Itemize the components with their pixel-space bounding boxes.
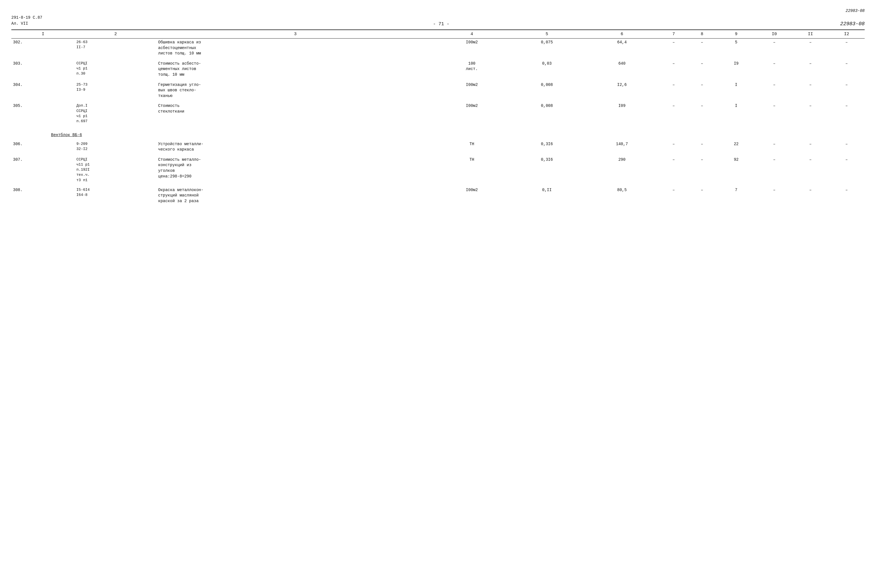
cell-row3-col1: 305. bbox=[11, 102, 75, 125]
cell-row6-col10: – bbox=[756, 156, 792, 184]
cell-row3-col2: Доп.I ССРЦI ч1 р1 п.697 bbox=[75, 102, 156, 125]
cell-row3-col11: – bbox=[792, 102, 829, 125]
cell-row5-col8: – bbox=[688, 140, 716, 154]
cell-row7-col7: – bbox=[659, 186, 688, 205]
cell-row3-col3: Стоимость стеклоткани bbox=[156, 102, 434, 125]
cell-row0-col11: – bbox=[792, 39, 829, 57]
header-left: 291-8-19 C.87 Ал. VII bbox=[11, 15, 42, 27]
cell-row2-col4: I00м2 bbox=[434, 81, 510, 100]
cell-row0-col7: – bbox=[659, 39, 688, 57]
cell-row7-col11: – bbox=[792, 186, 829, 205]
cell-row1-col1: 303. bbox=[11, 60, 75, 79]
cell-row6-col4: ТН bbox=[434, 156, 510, 184]
header-center: - 71 - bbox=[433, 21, 450, 27]
cell-row2-col3: Герметизация угло- вых швов стекло- ткан… bbox=[156, 81, 434, 100]
col-header-2: 2 bbox=[75, 30, 156, 39]
cell-row1-col9: I9 bbox=[716, 60, 756, 79]
cell-row6-col3: Стоимость металло- конструкций из уголко… bbox=[156, 156, 434, 184]
col-header-1: I bbox=[11, 30, 75, 39]
cell-row6-col7: – bbox=[659, 156, 688, 184]
cell-row7-col2: I5-6I4 I64-8 bbox=[75, 186, 156, 205]
section-label: Вентблок ВБ-6 bbox=[51, 133, 82, 137]
cell-row2-col7: – bbox=[659, 81, 688, 100]
cell-row2-col2: 25-73 I3-9 bbox=[75, 81, 156, 100]
spacer-row bbox=[11, 100, 865, 102]
section-header-row: Вентблок ВБ-6 bbox=[11, 127, 865, 140]
cell-row2-col10: – bbox=[756, 81, 792, 100]
cell-row2-col11: – bbox=[792, 81, 829, 100]
cell-row5-col5: 0,3I6 bbox=[510, 140, 585, 154]
cell-row5-col11: – bbox=[792, 140, 829, 154]
col-header-10: I0 bbox=[756, 30, 792, 39]
cell-row6-col5: 0,3I6 bbox=[510, 156, 585, 184]
cell-row0-col4: I00м2 bbox=[434, 39, 510, 57]
cell-row5-col10: – bbox=[756, 140, 792, 154]
cell-row3-col5: 0,008 bbox=[510, 102, 585, 125]
cell-row7-col5: 0,II bbox=[510, 186, 585, 205]
table-header-row: I 2 3 4 5 6 7 8 9 I0 II I2 bbox=[11, 30, 865, 39]
header-left-line1: 291-8-19 C.87 bbox=[11, 15, 42, 21]
cell-row2-col8: – bbox=[688, 81, 716, 100]
table-row: 302.26-63 II-7Обшивка каркаса из асбесто… bbox=[11, 39, 865, 57]
cell-row5-col4: ТН bbox=[434, 140, 510, 154]
cell-row1-col2: ССРЦI ч1 р1 п.30 bbox=[75, 60, 156, 79]
cell-row0-col12: – bbox=[828, 39, 865, 57]
spacer-row bbox=[11, 184, 865, 186]
cell-row2-col12: – bbox=[828, 81, 865, 100]
spacer-row bbox=[11, 154, 865, 156]
col-header-4: 4 bbox=[434, 30, 510, 39]
cell-row3-col7: – bbox=[659, 102, 688, 125]
cell-row6-col12: – bbox=[828, 156, 865, 184]
top-right-label: 22983-08 bbox=[11, 9, 865, 13]
cell-row7-col8: – bbox=[688, 186, 716, 205]
cell-row6-col11: – bbox=[792, 156, 829, 184]
cell-row1-col5: 0,03 bbox=[510, 60, 585, 79]
cell-row5-col1: 306. bbox=[11, 140, 75, 154]
table-row: 303.ССРЦI ч1 р1 п.30Стоимость асбесто- ц… bbox=[11, 60, 865, 79]
cell-row7-col1: 308. bbox=[11, 186, 75, 205]
spacer-row bbox=[11, 79, 865, 81]
col-header-3: 3 bbox=[156, 30, 434, 39]
cell-row1-col4: 100 лист. bbox=[434, 60, 510, 79]
cell-row3-col12: – bbox=[828, 102, 865, 125]
main-table: I 2 3 4 5 6 7 8 9 I0 II I2 302.26-63 II-… bbox=[11, 30, 865, 207]
cell-row7-col4: I00м2 bbox=[434, 186, 510, 205]
cell-row1-col8: – bbox=[688, 60, 716, 79]
cell-row6-col8: – bbox=[688, 156, 716, 184]
cell-row0-col10: – bbox=[756, 39, 792, 57]
col-header-5: 5 bbox=[510, 30, 585, 39]
cell-row1-col10: – bbox=[756, 60, 792, 79]
cell-row7-col10: – bbox=[756, 186, 792, 205]
col-header-11: II bbox=[792, 30, 829, 39]
header-block: 291-8-19 C.87 Ал. VII - 71 - 22983-08 bbox=[11, 15, 865, 27]
cell-row5-col9: 22 bbox=[716, 140, 756, 154]
cell-row3-col10: – bbox=[756, 102, 792, 125]
col-header-6: 6 bbox=[584, 30, 659, 39]
cell-row0-col6: 64,4 bbox=[584, 39, 659, 57]
header-left-line2: Ал. VII bbox=[11, 21, 42, 27]
cell-row3-col8: – bbox=[688, 102, 716, 125]
cell-row2-col5: 0,008 bbox=[510, 81, 585, 100]
cell-row1-col7: – bbox=[659, 60, 688, 79]
cell-row3-col6: I09 bbox=[584, 102, 659, 125]
spacer-row bbox=[11, 125, 865, 127]
table-row: 307.ССРЦI ч11 р1 п.192I тех.ч. т3 п1Стои… bbox=[11, 156, 865, 184]
cell-row2-col6: I2,6 bbox=[584, 81, 659, 100]
cell-row0-col2: 26-63 II-7 bbox=[75, 39, 156, 57]
table-row: 305.Доп.I ССРЦI ч1 р1 п.697Стоимость сте… bbox=[11, 102, 865, 125]
cell-row0-col9: 5 bbox=[716, 39, 756, 57]
cell-row7-col6: 80,5 bbox=[584, 186, 659, 205]
cell-row0-col8: – bbox=[688, 39, 716, 57]
cell-row7-col12: – bbox=[828, 186, 865, 205]
col-header-9: 9 bbox=[716, 30, 756, 39]
col-header-12: I2 bbox=[828, 30, 865, 39]
cell-row6-col2: ССРЦI ч11 р1 п.192I тех.ч. т3 п1 bbox=[75, 156, 156, 184]
spacer-row bbox=[11, 205, 865, 207]
table-row: 306.9-209 32-I2Устройство металли- ческо… bbox=[11, 140, 865, 154]
table-row: 308.I5-6I4 I64-8Окраска металлокон- стру… bbox=[11, 186, 865, 205]
cell-row6-col1: 307. bbox=[11, 156, 75, 184]
cell-row6-col6: 290 bbox=[584, 156, 659, 184]
spacer-row bbox=[11, 57, 865, 60]
cell-row0-col5: 0,075 bbox=[510, 39, 585, 57]
cell-row1-col6: 640 bbox=[584, 60, 659, 79]
